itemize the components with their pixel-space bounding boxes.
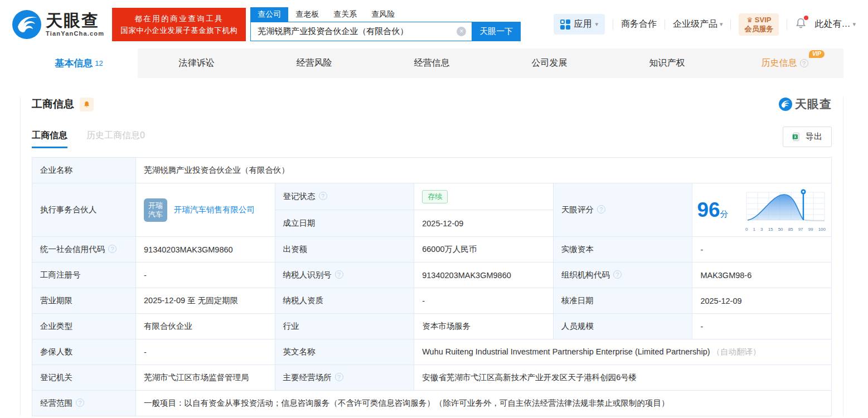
registration-status-value: 存续 xyxy=(414,183,554,210)
search-tab-boss[interactable]: 查老板 xyxy=(288,7,326,22)
header-right-nav: 应用 ▾ 商务合作 企业级产品 ▾ ♛ SVIP 会员服务 xyxy=(554,13,856,36)
field-label: 统一社会信用代码? xyxy=(32,237,136,263)
nav-business-cooperation[interactable]: 商务合作 xyxy=(621,18,657,30)
chevron-down-icon: ▾ xyxy=(852,21,856,28)
credit-code-value: 91340203MAK3GM9860 xyxy=(136,237,275,263)
search-tab-risk[interactable]: 查风险 xyxy=(364,7,402,22)
search-block: 查公司 查老板 查关系 查风险 × 天眼一下 xyxy=(250,7,521,41)
staff-size-value: - xyxy=(692,314,832,339)
search-input[interactable] xyxy=(250,22,472,41)
field-label: 登记机关 xyxy=(32,365,136,391)
table-row: 工商注册号 - 纳税人识别号? 91340203MAK3GM9860 组织机构代… xyxy=(32,263,832,288)
tianyancha-logo[interactable]: 天眼查 TianYanCha.com xyxy=(12,10,104,39)
field-label: 参保人数 xyxy=(32,339,136,365)
watermark-text: 天眼查 xyxy=(795,96,832,112)
logo-title: 天眼查 xyxy=(46,12,104,29)
score-curve-chart xyxy=(744,188,827,225)
search-tab-company[interactable]: 查公司 xyxy=(250,7,288,22)
crown-icon: ♛ xyxy=(746,16,753,24)
notification-dot xyxy=(804,16,808,20)
nav-enterprise-products[interactable]: 企业级产品 ▾ xyxy=(673,18,723,30)
table-row: 登记机关 芜湖市弋江区市场监督管理局 主要经营场所? 安徽省芜湖市弋江区高新技术… xyxy=(32,365,832,391)
subscribe-bell-button[interactable] xyxy=(80,98,94,111)
field-label: 经营范围? xyxy=(32,391,136,416)
tianyancha-watermark: 天眼查 xyxy=(779,96,832,112)
export-button[interactable]: X 导出 xyxy=(783,127,832,147)
company-name-value: 芜湖锐腾产业投资合伙企业（有限合伙） xyxy=(136,158,832,183)
company-type-value: 有限合伙企业 xyxy=(136,314,275,339)
help-icon[interactable]: ? xyxy=(800,59,808,67)
subtab-business-info[interactable]: 工商信息 xyxy=(32,130,67,148)
section-head: 工商信息 天眼查 xyxy=(32,96,832,112)
score-value: 96分 xyxy=(697,200,728,220)
org-code-value: MAK3GM98-6 xyxy=(692,263,832,288)
notifications-button[interactable] xyxy=(795,17,807,31)
field-label: 营业期限 xyxy=(32,288,136,314)
insured-count-value: - xyxy=(136,339,275,365)
score-axis-labels: 01 315 5085 9799 100 xyxy=(744,227,827,232)
search-bar: × 天眼一下 xyxy=(250,22,521,41)
field-label: 人员规模 xyxy=(553,314,692,339)
subtab-row: 工商信息 历史工商信息0 X 导出 xyxy=(32,127,832,152)
tab-history-info[interactable]: VIP 历史信息 ? xyxy=(726,48,843,78)
field-label: 执行事务合伙人 xyxy=(32,183,136,237)
logo-text: 天眼查 TianYanCha.com xyxy=(46,12,104,37)
tab-legal-litigation[interactable]: 法律诉讼 xyxy=(138,48,255,78)
promo-banner: 都在用的商业查询工具 国家中小企业发展子基金旗下机构 xyxy=(112,8,246,41)
partner-company-link[interactable]: 开瑞汽车销售有限公司 xyxy=(174,205,255,215)
field-label: 工商注册号 xyxy=(32,263,136,288)
business-scope-value: 一般项目：以自有资金从事投资活动；信息咨询服务（不含许可类信息咨询服务）（除许可… xyxy=(136,391,832,416)
apps-grid-icon xyxy=(560,20,570,30)
help-icon[interactable]: ? xyxy=(335,373,343,381)
tab-company-development[interactable]: 公司发展 xyxy=(491,48,608,78)
field-label: 纳税人识别号? xyxy=(275,263,414,288)
table-row: 执行事务合伙人 开瑞汽车 开瑞汽车销售有限公司 登记状态? 存续 xyxy=(32,183,832,210)
table-row: 经营范围? 一般项目：以自有资金从事投资活动；信息咨询服务（不含许可类信息咨询服… xyxy=(32,391,832,416)
field-label: 组织机构代码? xyxy=(553,263,692,288)
divider xyxy=(665,20,665,30)
help-icon[interactable]: ? xyxy=(597,205,605,213)
business-place-value: 安徽省芜湖市弋江区高新技术产业开发区天子港科创园6号楼 xyxy=(414,365,832,391)
promo-line1: 都在用的商业查询工具 xyxy=(118,13,240,25)
divider xyxy=(787,20,787,30)
tab-intellectual-property[interactable]: 知识产权 xyxy=(608,48,726,78)
user-menu[interactable]: 此处有… ▾ xyxy=(814,18,856,30)
tab-operation-info[interactable]: 经营信息 xyxy=(373,48,491,78)
table-row: 参保人数 - 英文名称 Wuhu Ruiteng Industrial Inve… xyxy=(32,339,832,365)
business-info-table: 企业名称 芜湖锐腾产业投资合伙企业（有限合伙） 执行事务合伙人 开瑞汽车 开瑞汽… xyxy=(32,157,832,416)
help-icon[interactable]: ? xyxy=(613,270,622,279)
bell-icon xyxy=(83,101,90,108)
field-label: 登记状态? xyxy=(275,183,414,210)
subtab-history-business-info[interactable]: 历史工商信息0 xyxy=(86,130,145,148)
svip-sublabel: 会员服务 xyxy=(744,25,773,33)
tab-count: 12 xyxy=(95,59,103,67)
table-row: 统一社会信用代码? 91340203MAK3GM9860 出资额 66000万人… xyxy=(32,237,832,263)
tab-basic-info[interactable]: 基本信息12 xyxy=(20,48,138,78)
capital-value: 66000万人民币 xyxy=(414,237,554,263)
page: 天眼查 TianYanCha.com 都在用的商业查询工具 国家中小企业发展子基… xyxy=(0,0,868,418)
reg-number-value: - xyxy=(136,263,275,288)
apps-menu[interactable]: 应用 ▾ xyxy=(554,14,605,35)
tab-operation-risk[interactable]: 经营风险 xyxy=(255,48,373,78)
search-button[interactable]: 天眼一下 xyxy=(472,22,521,41)
field-label: 英文名称 xyxy=(275,339,414,365)
divider xyxy=(613,20,613,30)
help-icon[interactable]: ? xyxy=(335,270,343,279)
taxpayer-id-value: 91340203MAK3GM9860 xyxy=(414,263,554,288)
help-icon[interactable]: ? xyxy=(319,192,327,200)
business-info-card: 工商信息 天眼查 工商信息 历史工商信息0 xyxy=(20,96,843,416)
apps-label: 应用 xyxy=(574,18,591,30)
field-label: 行业 xyxy=(275,314,414,339)
svip-label: SVIP xyxy=(755,16,772,24)
field-label: 企业名称 xyxy=(32,158,136,183)
tianyancha-logo-icon xyxy=(779,98,792,111)
search-tabs: 查公司 查老板 查关系 查风险 xyxy=(250,7,521,22)
tianyancha-logo-icon xyxy=(12,10,41,39)
help-icon[interactable]: ? xyxy=(76,398,84,407)
svip-member-button[interactable]: ♛ SVIP 会员服务 xyxy=(739,13,779,36)
help-icon[interactable]: ? xyxy=(108,245,117,253)
field-label: 天眼评分? xyxy=(553,183,692,237)
search-tab-relation[interactable]: 查关系 xyxy=(326,7,364,22)
status-badge: 存续 xyxy=(422,190,448,203)
field-label: 纳税人资质 xyxy=(275,288,414,314)
